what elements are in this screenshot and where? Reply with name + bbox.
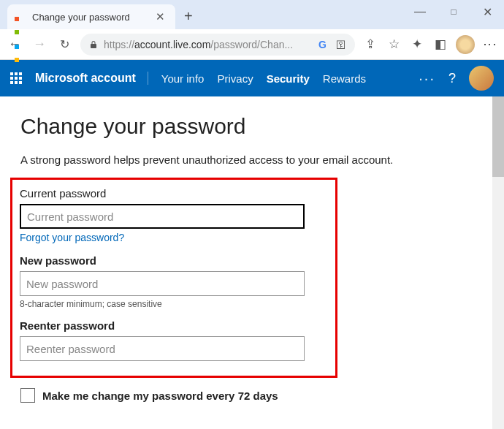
browser-tab-active[interactable]: Change your password ✕ (7, 4, 175, 29)
app-launcher-icon[interactable] (10, 72, 22, 84)
current-password-input[interactable] (20, 204, 305, 229)
page-title: Change your password (20, 114, 484, 139)
new-tab-button[interactable]: + (184, 8, 193, 29)
password-expiry-checkbox[interactable] (20, 388, 35, 403)
browser-profile-avatar[interactable] (456, 35, 475, 54)
window-close-button[interactable]: ✕ (470, 2, 504, 22)
nav-rewards[interactable]: Rewards (323, 72, 366, 85)
new-password-label: New password (20, 254, 328, 267)
nav-your-info[interactable]: Your info (161, 72, 205, 85)
forgot-password-link[interactable]: Forgot your password? (20, 232, 124, 243)
url-text: https://account.live.com/password/Chan..… (104, 39, 293, 50)
reenter-password-label: Reenter password (20, 319, 328, 332)
reload-button[interactable]: ↻ (56, 37, 73, 51)
bookmark-star-icon[interactable]: ☆ (386, 37, 402, 52)
password-hint: 8-character minimum; case sensitive (20, 299, 328, 309)
address-bar[interactable]: https://account.live.com/password/Chan..… (80, 34, 355, 56)
lock-icon (89, 40, 98, 49)
vertical-scrollbar-thumb[interactable] (492, 96, 504, 177)
share-icon[interactable]: ⇪ (362, 37, 378, 52)
forward-button[interactable]: → (31, 37, 48, 52)
nav-security[interactable]: Security (267, 72, 310, 85)
password-expiry-checkbox-label: Make me change my password every 72 days (42, 390, 278, 402)
window-maximize-button[interactable]: □ (437, 4, 470, 20)
account-avatar[interactable] (469, 66, 494, 91)
tab-title: Change your password (32, 12, 147, 23)
microsoft-favicon-icon (15, 11, 26, 23)
tab-close-button[interactable]: ✕ (153, 10, 168, 23)
new-password-input[interactable] (20, 271, 305, 296)
password-expiry-checkbox-row: Make me change my password every 72 days (20, 388, 484, 403)
window-minimize-button[interactable]: — (403, 2, 437, 21)
site-header: Microsoft account Your info Privacy Secu… (0, 60, 504, 96)
brand-title[interactable]: Microsoft account (35, 72, 148, 85)
nav-privacy[interactable]: Privacy (217, 72, 253, 85)
sidepanel-icon[interactable]: ◧ (432, 37, 448, 52)
vertical-scrollbar-track (492, 96, 504, 429)
help-icon[interactable]: ? (448, 71, 456, 86)
browser-toolbar: ← → ↻ https://account.live.com/password/… (0, 29, 504, 60)
google-search-icon[interactable]: G (318, 39, 330, 50)
reenter-password-input[interactable] (20, 336, 305, 361)
password-key-icon[interactable]: ⚿ (336, 39, 346, 50)
intro-text: A strong password helps prevent unauthor… (20, 153, 484, 166)
back-button[interactable]: ← (6, 37, 23, 52)
extensions-puzzle-icon[interactable]: ✦ (409, 37, 425, 52)
page-content: Change your password A strong password h… (0, 96, 504, 429)
highlighted-form-area: Current password Forgot your password? N… (10, 178, 337, 378)
nav-more-button[interactable]: ··· (419, 70, 435, 87)
current-password-label: Current password (20, 187, 328, 200)
browser-menu-button[interactable]: ⋮ (482, 38, 498, 50)
